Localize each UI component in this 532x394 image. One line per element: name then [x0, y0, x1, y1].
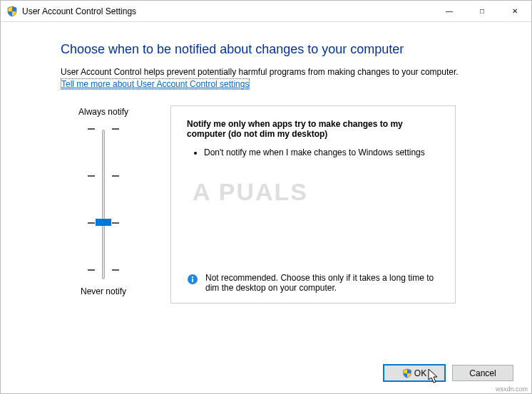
- info-icon: [187, 274, 198, 285]
- window-controls: — □ ✕: [433, 1, 531, 22]
- titlebar: User Account Control Settings — □ ✕: [1, 1, 531, 22]
- cancel-button[interactable]: Cancel: [452, 365, 513, 381]
- info-bullets: Don't notify me when I make changes to W…: [187, 147, 441, 162]
- svg-rect-2: [192, 276, 193, 278]
- page-subtext: User Account Control helps prevent poten…: [61, 67, 493, 77]
- maximize-button[interactable]: □: [466, 1, 498, 22]
- window-title: User Account Control Settings: [22, 6, 433, 16]
- notification-slider[interactable]: [61, 124, 146, 285]
- page-heading: Choose when to be notified about changes…: [61, 42, 493, 57]
- learn-more-link[interactable]: Tell me more about User Account Control …: [61, 78, 250, 90]
- slider-bottom-label: Never notify: [61, 286, 146, 296]
- info-panel: Notify me only when apps try to make cha…: [170, 105, 456, 304]
- slider-tick: [88, 128, 119, 129]
- cancel-label: Cancel: [469, 368, 496, 378]
- attribution: wsxdn.com: [496, 385, 528, 393]
- svg-rect-1: [192, 279, 193, 282]
- close-button[interactable]: ✕: [498, 1, 531, 22]
- info-title: Notify me only when apps try to make cha…: [187, 119, 441, 139]
- slider-thumb[interactable]: [96, 219, 111, 226]
- recommendation-row: Not recommended. Choose this only if it …: [187, 273, 441, 293]
- slider-top-label: Always notify: [61, 107, 146, 117]
- content-area: Choose when to be notified about changes…: [1, 22, 531, 311]
- minimize-button[interactable]: —: [433, 1, 466, 22]
- slider-column: Always notify Never notify: [61, 105, 146, 304]
- uac-shield-icon: [402, 368, 412, 378]
- main-row: Always notify Never notify Notify me onl…: [61, 105, 493, 304]
- ok-label: OK: [414, 368, 426, 378]
- info-bullet: Don't notify me when I make changes to W…: [204, 147, 441, 157]
- slider-track: [102, 130, 105, 279]
- ok-button[interactable]: OK: [384, 365, 445, 381]
- button-row: OK Cancel: [384, 365, 513, 381]
- recommendation-text: Not recommended. Choose this only if it …: [205, 273, 441, 293]
- uac-shield-icon: [6, 6, 18, 17]
